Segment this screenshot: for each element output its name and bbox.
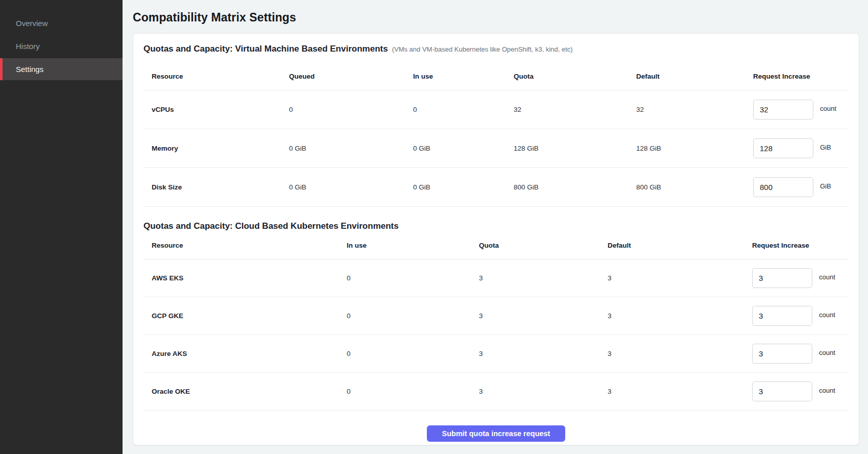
cell-in-use: 0 GiB bbox=[413, 145, 514, 152]
cloud-section-heading: Quotas and Capacity: Cloud Based Kuberne… bbox=[143, 221, 399, 231]
vm-table-header: Resource Queued In use Quota Default Req… bbox=[143, 73, 849, 90]
sidebar-item-overview-label: Overview bbox=[16, 19, 48, 28]
cell-default: 3 bbox=[608, 350, 752, 357]
sidebar-item-history-label: History bbox=[16, 42, 40, 51]
cell-quota: 3 bbox=[479, 274, 608, 282]
cell-request-increase: count bbox=[752, 381, 849, 401]
cell-quota: 3 bbox=[479, 388, 608, 395]
cell-resource: vCPUs bbox=[143, 106, 289, 113]
cell-queued: 0 GiB bbox=[289, 183, 413, 191]
sidebar: Overview History Settings bbox=[0, 0, 123, 454]
cell-default: 32 bbox=[636, 106, 753, 113]
request-input-oracle-oke[interactable] bbox=[752, 381, 812, 401]
table-row-vcpus: vCPUs 0 0 32 32 count bbox=[143, 90, 849, 129]
unit-label: count bbox=[819, 311, 835, 319]
cell-default: 3 bbox=[608, 388, 752, 395]
table-row-memory: Memory 0 GiB 0 GiB 128 GiB 128 GiB GiB bbox=[143, 129, 849, 168]
cloud-col-quota: Quota bbox=[479, 242, 608, 249]
cell-queued: 0 GiB bbox=[289, 145, 413, 152]
cell-request-increase: count bbox=[752, 306, 849, 326]
cell-resource: Oracle OKE bbox=[143, 388, 347, 395]
vm-section-heading: Quotas and Capacity: Virtual Machine Bas… bbox=[143, 44, 388, 54]
request-input-vcpus[interactable] bbox=[753, 100, 813, 120]
cell-default: 128 GiB bbox=[636, 145, 753, 152]
vm-col-request-increase: Request Increase bbox=[753, 73, 849, 80]
settings-card: Quotas and Capacity: Virtual Machine Bas… bbox=[133, 33, 859, 445]
cell-in-use: 0 bbox=[347, 312, 479, 320]
cell-default: 800 GiB bbox=[636, 183, 753, 191]
cell-in-use: 0 bbox=[347, 350, 479, 357]
cloud-col-in-use: In use bbox=[347, 242, 479, 249]
unit-label: count bbox=[819, 273, 835, 281]
cell-resource: GCP GKE bbox=[143, 312, 347, 320]
cell-quota: 3 bbox=[479, 312, 608, 320]
request-input-aws-eks[interactable] bbox=[752, 268, 812, 288]
cell-in-use: 0 bbox=[347, 388, 479, 395]
table-row-disk-size: Disk Size 0 GiB 0 GiB 800 GiB 800 GiB Gi… bbox=[143, 168, 849, 207]
cell-request-increase: count bbox=[752, 268, 849, 288]
sidebar-item-overview[interactable]: Overview bbox=[0, 12, 123, 34]
cell-quota: 800 GiB bbox=[514, 183, 636, 191]
cell-request-increase: count bbox=[752, 344, 849, 364]
vm-section-heading-row: Quotas and Capacity: Virtual Machine Bas… bbox=[143, 44, 849, 54]
sidebar-item-history[interactable]: History bbox=[0, 35, 123, 57]
cell-resource: Azure AKS bbox=[143, 350, 347, 357]
vm-section-note: (VMs and VM-based Kubernetes like OpenSh… bbox=[392, 45, 573, 53]
cell-request-increase: GiB bbox=[753, 177, 849, 197]
cloud-section-heading-row: Quotas and Capacity: Cloud Based Kuberne… bbox=[143, 221, 849, 231]
cell-request-increase: count bbox=[753, 100, 849, 120]
cell-quota: 3 bbox=[479, 350, 608, 357]
cloud-table-header: Resource In use Quota Default Request In… bbox=[143, 242, 849, 259]
sidebar-item-settings-label: Settings bbox=[16, 65, 43, 74]
cell-queued: 0 bbox=[289, 106, 413, 113]
unit-label: count bbox=[819, 387, 835, 394]
cell-resource: AWS EKS bbox=[143, 274, 347, 282]
cloud-col-resource: Resource bbox=[143, 242, 347, 249]
table-row-aws-eks: AWS EKS 0 3 3 count bbox=[143, 259, 849, 297]
submit-area: Submit quota increase request bbox=[143, 411, 849, 442]
table-row-gcp-gke: GCP GKE 0 3 3 count bbox=[143, 297, 849, 335]
cell-quota: 32 bbox=[514, 106, 636, 113]
vm-col-queued: Queued bbox=[289, 73, 413, 80]
submit-quota-increase-button[interactable]: Submit quota increase request bbox=[427, 425, 566, 442]
cell-resource: Disk Size bbox=[143, 183, 289, 191]
table-row-oracle-oke: Oracle OKE 0 3 3 count bbox=[143, 373, 849, 411]
unit-label: GiB bbox=[820, 182, 831, 190]
page-title: Compatibility Matrix Settings bbox=[133, 11, 859, 25]
cell-quota: 128 GiB bbox=[514, 145, 636, 152]
cell-request-increase: GiB bbox=[753, 138, 849, 158]
cell-in-use: 0 bbox=[347, 274, 479, 282]
vm-col-quota: Quota bbox=[514, 73, 636, 80]
request-input-memory[interactable] bbox=[753, 138, 813, 158]
cell-default: 3 bbox=[608, 274, 752, 282]
sidebar-item-settings[interactable]: Settings bbox=[0, 58, 123, 80]
vm-col-default: Default bbox=[636, 73, 753, 80]
main-content: Compatibility Matrix Settings Quotas and… bbox=[123, 0, 868, 454]
app-window: Overview History Settings Compatibility … bbox=[0, 0, 868, 454]
vm-col-resource: Resource bbox=[143, 73, 289, 80]
unit-label: count bbox=[820, 105, 836, 112]
request-input-gcp-gke[interactable] bbox=[752, 306, 812, 326]
request-input-azure-aks[interactable] bbox=[752, 344, 812, 364]
vm-col-in-use: In use bbox=[413, 73, 514, 80]
request-input-disk-size[interactable] bbox=[753, 177, 813, 197]
cloud-col-request-increase: Request Increase bbox=[752, 242, 849, 249]
unit-label: GiB bbox=[820, 144, 831, 151]
unit-label: count bbox=[819, 349, 835, 356]
table-row-azure-aks: Azure AKS 0 3 3 count bbox=[143, 335, 849, 373]
cell-default: 3 bbox=[608, 312, 752, 320]
cell-in-use: 0 GiB bbox=[413, 183, 514, 191]
cloud-col-default: Default bbox=[608, 242, 752, 249]
cell-in-use: 0 bbox=[413, 106, 514, 113]
cell-resource: Memory bbox=[143, 145, 289, 152]
